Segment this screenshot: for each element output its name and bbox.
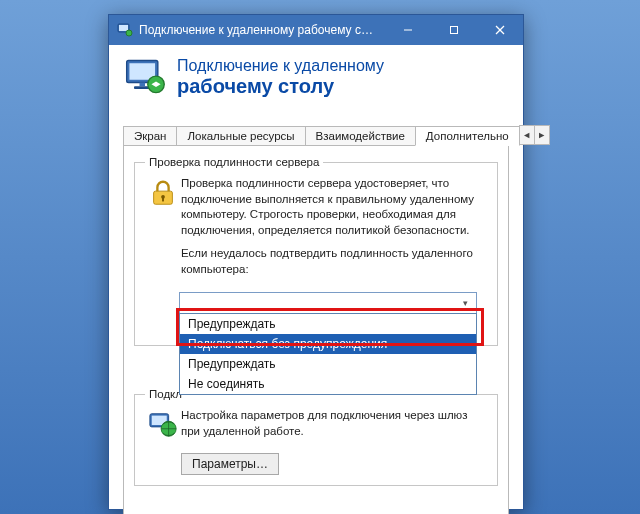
group-gateway: Подкл Настройка параметров для подключен… xyxy=(134,388,498,486)
minimize-button[interactable] xyxy=(385,15,431,45)
group-server-auth-legend: Проверка подлинности сервера xyxy=(145,156,323,168)
rdp-window: Подключение к удаленному рабочему с… xyxy=(108,14,524,510)
auth-option-2[interactable]: Предупреждать xyxy=(180,354,476,374)
banner-line2: рабочему столу xyxy=(177,75,384,98)
gateway-desc: Настройка параметров для подключения чер… xyxy=(181,408,487,439)
auth-option-1[interactable]: Подключаться без предупреждения xyxy=(180,334,476,354)
auth-option-0[interactable]: Предупреждать xyxy=(180,314,476,334)
tab-display[interactable]: Экран xyxy=(123,126,177,145)
tab-local-resources[interactable]: Локальные ресурсы xyxy=(176,126,305,145)
auth-prompt: Если неудалось подтвердить подлинность у… xyxy=(181,246,487,277)
rdp-monitor-icon xyxy=(123,55,167,99)
close-button[interactable] xyxy=(477,15,523,45)
tab-experience[interactable]: Взаимодействие xyxy=(305,126,416,145)
banner-text: Подключение к удаленному рабочему столу xyxy=(177,57,384,98)
globe-monitor-icon xyxy=(145,408,181,475)
titlebar: Подключение к удаленному рабочему с… xyxy=(109,15,523,45)
tab-scroll: ◄ ► xyxy=(519,125,550,145)
banner: Подключение к удаленному рабочему столу xyxy=(109,45,523,113)
auth-dropdown: Предупреждать Подключаться без предупреж… xyxy=(179,313,477,395)
tab-advanced[interactable]: Дополнительно xyxy=(415,126,520,146)
svg-rect-1 xyxy=(119,25,128,31)
lock-icon xyxy=(145,176,181,285)
svg-rect-9 xyxy=(140,83,146,87)
tab-scroll-right[interactable]: ► xyxy=(534,126,549,144)
svg-point-2 xyxy=(126,30,132,36)
window-title: Подключение к удаленному рабочему с… xyxy=(139,23,373,37)
banner-line1: Подключение к удаленному xyxy=(177,57,384,75)
auth-select[interactable]: ▾ xyxy=(179,292,477,314)
chevron-down-icon: ▾ xyxy=(458,295,472,311)
svg-rect-4 xyxy=(451,27,458,34)
auth-option-3[interactable]: Не соединять xyxy=(180,374,476,394)
tab-scroll-left[interactable]: ◄ xyxy=(520,126,534,144)
maximize-button[interactable] xyxy=(431,15,477,45)
tabs: Экран Локальные ресурсы Взаимодействие Д… xyxy=(123,125,509,145)
app-icon xyxy=(117,22,133,38)
auth-desc: Проверка подлинности сервера удостоверяе… xyxy=(181,176,487,238)
tab-body: Проверка подлинности сервера Проверка по… xyxy=(123,145,509,514)
gateway-settings-button[interactable]: Параметры… xyxy=(181,453,279,475)
svg-rect-14 xyxy=(162,198,164,202)
